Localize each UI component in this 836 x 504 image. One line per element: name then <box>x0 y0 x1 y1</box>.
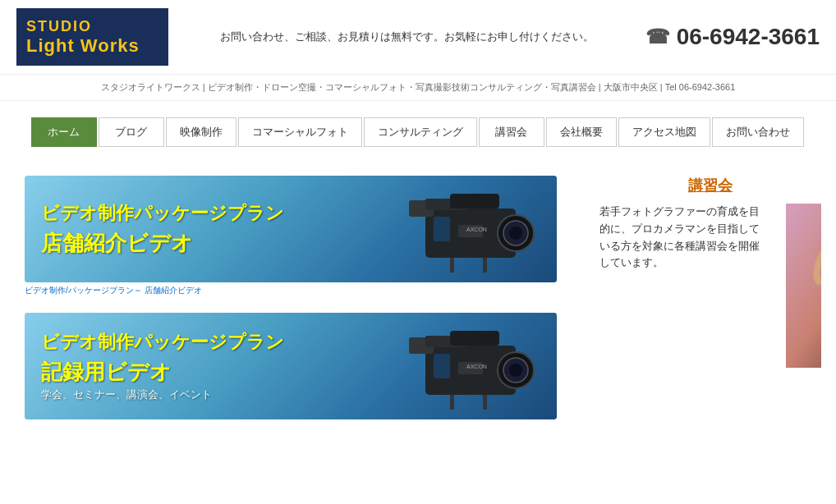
svg-point-4 <box>509 227 522 240</box>
header-contact-text: お問い合わせ、ご相談、お見積りは無料です。お気軽にお申し付けください。 <box>168 30 645 44</box>
svg-rect-7 <box>434 217 450 241</box>
right-sidebar: 講習会 若手フォトグラファーの育成を目的に、プロカメラマンを目指している方を対象… <box>599 176 821 419</box>
nav-item-3[interactable]: コマーシャルフォト <box>238 117 362 147</box>
nav-item-8[interactable]: お問い合わせ <box>712 117 804 147</box>
svg-rect-11 <box>483 258 487 273</box>
logo-lightworks: Light Works <box>26 35 158 57</box>
banner-1-camera: AXCON <box>393 176 557 282</box>
header-phone: ☎ 06-6942-3661 <box>645 24 820 50</box>
main-content: ビデオ制作パッケージプラン 店舗紹介ビデオ <box>0 159 836 436</box>
sidebar-section-title[interactable]: 講習会 <box>599 176 821 195</box>
nav-item-1[interactable]: ブログ <box>99 117 164 147</box>
nav-bar: ホームブログ映像制作コマーシャルフォトコンサルティング講習会会社概要アクセス地図… <box>0 101 836 159</box>
phone-number: 06-6942-3661 <box>677 24 820 50</box>
nav-item-2[interactable]: 映像制作 <box>166 117 237 147</box>
phone-icon: ☎ <box>645 25 670 48</box>
banner-1-text: ビデオ制作パッケージプラン 店舗紹介ビデオ <box>25 189 393 270</box>
logo[interactable]: STUDIO Light Works <box>16 8 168 66</box>
banner-2-line2: 記録用ビデオ <box>41 358 376 387</box>
banner-1[interactable]: ビデオ制作パッケージプラン 店舗紹介ビデオ <box>25 176 583 296</box>
banner-2-subtitle: 学会、セミナー、講演会、イベント <box>41 388 212 401</box>
svg-rect-24 <box>786 204 821 368</box>
svg-rect-6 <box>450 194 499 208</box>
nav-item-5[interactable]: 講習会 <box>479 117 544 147</box>
nav-item-0[interactable]: ホーム <box>31 117 97 147</box>
logo-studio: STUDIO <box>26 18 158 35</box>
nav-item-4[interactable]: コンサルティング <box>364 117 477 147</box>
sidebar-text: 若手フォトグラファーの育成を目的に、プロカメラマンを目指している方を対象に各種講… <box>599 204 765 272</box>
banner-1-line1: ビデオ制作パッケージプラン <box>41 201 376 226</box>
svg-rect-18 <box>450 331 499 346</box>
svg-rect-23 <box>483 395 487 410</box>
banner-1-line2: 店舗紹介ビデオ <box>41 229 376 258</box>
header: STUDIO Light Works お問い合わせ、ご相談、お見積りは無料です。… <box>0 0 836 75</box>
svg-rect-10 <box>450 258 454 273</box>
banner-2-camera: AXCON <box>393 313 557 419</box>
banner-2-line1: ビデオ制作パッケージプラン <box>41 330 376 355</box>
banner-2[interactable]: ビデオ制作パッケージプラン 記録用ビデオ 学会、セミナー、講演会、イベント <box>25 305 583 419</box>
svg-text:AXCON: AXCON <box>466 364 487 369</box>
sidebar-figure-container: 若手フォトグラファーの育成を目的に、プロカメラマンを目指している方を対象に各種講… <box>599 204 821 368</box>
breadcrumb: スタジオライトワークス | ビデオ制作・ドローン空撮・コマーシャルフォト・写真撮… <box>0 75 836 101</box>
nav-item-7[interactable]: アクセス地図 <box>618 117 710 147</box>
svg-rect-22 <box>450 395 454 410</box>
sidebar-model-image <box>786 204 821 368</box>
left-banners: ビデオ制作パッケージプラン 店舗紹介ビデオ <box>25 176 583 419</box>
svg-point-16 <box>509 364 522 377</box>
svg-text:AXCON: AXCON <box>466 227 487 232</box>
svg-rect-19 <box>434 354 450 378</box>
banner-2-text: ビデオ制作パッケージプラン 記録用ビデオ 学会、セミナー、講演会、イベント <box>25 318 393 415</box>
banner-1-caption: ビデオ制作/パッケージプラン～ 店舗紹介ビデオ <box>25 285 583 296</box>
nav-item-6[interactable]: 会社概要 <box>546 117 617 147</box>
